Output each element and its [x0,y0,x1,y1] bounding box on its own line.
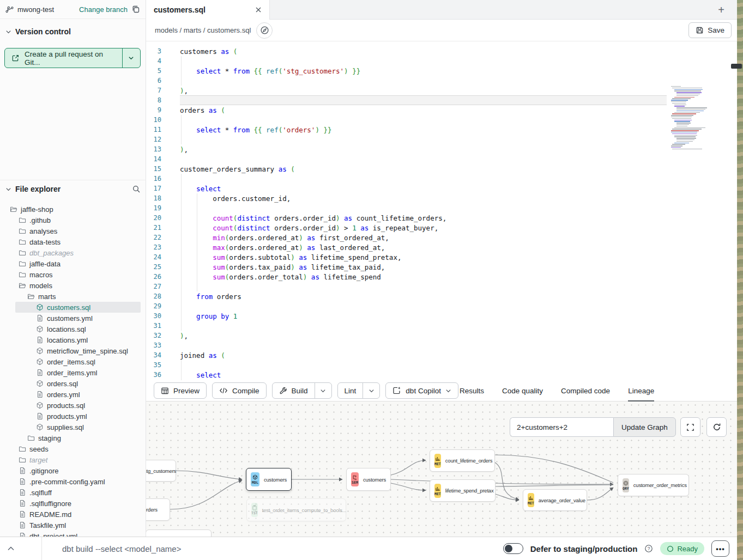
lineage-node-average_order_value[interactable]: METaverage_order_value [523,489,587,511]
tree-item-readme.md[interactable]: README.md [0,509,146,520]
copy-icon[interactable] [131,5,140,14]
tree-item-.pre-commit-config.yaml[interactable]: .pre-commit-config.yaml [0,476,146,487]
code-line-9[interactable]: 9orders as ( [146,105,737,115]
lineage-pane[interactable]: stg_customersordersMDLcustomersSEMcustom… [146,401,737,537]
code-line-35[interactable]: 35 [146,360,737,370]
tree-item-order-items.sql[interactable]: order_items.sql [0,356,146,367]
code-line-21[interactable]: 21 count(distinct orders.order_id) > 1 a… [146,223,737,233]
tree-item-orders.sql[interactable]: orders.sql [0,378,146,389]
lineage-node-orders[interactable]: orders [146,498,170,521]
tree-item-models[interactable]: models [0,280,146,291]
tree-item-marts[interactable]: marts [0,291,146,302]
tree-item-.sqlfluffignore[interactable]: .sqlfluffignore [0,498,146,509]
compile-button[interactable]: Compile [212,382,267,399]
search-icon[interactable] [132,185,141,193]
code-line-6[interactable]: 6 [146,76,737,86]
code-line-7[interactable]: 7), [146,86,737,95]
code-line-22[interactable]: 22 min(orders.ordered_at) as first_order… [146,233,737,242]
tree-item-macros[interactable]: macros [0,269,146,280]
code-line-10[interactable]: 10 [146,115,737,125]
tree-item-customers.yml[interactable]: customers.yml [0,313,146,324]
fullscreen-button[interactable] [680,417,700,437]
code-line-32[interactable]: 32), [146,331,737,340]
tree-item-staging[interactable]: staging [0,433,146,443]
new-tab-button[interactable]: + [713,0,729,20]
code-line-26[interactable]: 26 sum(orders.order_total) as lifetime_s… [146,272,737,282]
tree-item-jaffle-data[interactable]: jaffle-data [0,258,146,269]
tree-item-taskfile.yml[interactable]: Taskfile.yml [0,520,146,531]
code-editor[interactable]: 3customers as (4 5 select * from {{ ref(… [146,41,737,380]
code-line-23[interactable]: 23 max(orders.ordered_at) as last_ordere… [146,242,737,252]
dbt-copilot-button[interactable]: dbt Copilot [385,382,458,399]
command-placeholder[interactable]: dbt build --select <model_name> [62,544,181,553]
code-line-11[interactable]: 11 select * from {{ ref('orders') }} [146,125,737,135]
close-icon[interactable] [255,7,262,13]
lineage-node-customers-model[interactable]: MDLcustomers [246,468,292,491]
code-line-29[interactable]: 29 [146,301,737,311]
tree-item-supplies.sql[interactable]: supplies.sql [0,422,146,433]
code-line-36[interactable]: 36 select [146,370,737,380]
code-line-24[interactable]: 24 sum(orders.subtotal) as lifetime_spen… [146,252,737,262]
code-line-19[interactable]: 19 [146,203,737,213]
tree-item-customers.sql[interactable]: customers.sql [15,302,141,313]
tree-item-products.yml[interactable]: products.yml [0,411,146,422]
update-graph-button[interactable]: Update Graph [613,417,676,437]
change-branch-link[interactable]: Change branch [79,5,128,14]
lineage-node-customers-semantic[interactable]: SEMcustomers [346,468,391,491]
lineage-node-lifetime_spend_pretax[interactable]: METlifetime_spend_pretax [430,479,496,502]
code-line-8[interactable]: 8 [146,95,737,105]
explore-docs-button[interactable] [256,22,273,39]
tree-item-products.sql[interactable]: products.sql [0,400,146,411]
tree-item-seeds[interactable]: seeds [0,443,146,454]
build-button[interactable]: Build [272,382,332,399]
help-icon[interactable]: ? [644,544,653,553]
tree-item-.github[interactable]: .github [0,215,146,226]
code-line-28[interactable]: 28 from orders [146,291,737,301]
scrollbar-thumb[interactable] [731,64,742,69]
code-line-34[interactable]: 34joined as ( [146,350,737,360]
tab-customers-sql[interactable]: customers.sql [146,0,270,20]
version-control-header[interactable]: Version control [0,25,146,39]
code-line-4[interactable]: 4 [146,56,737,66]
code-line-13[interactable]: 13), [146,144,737,154]
tree-item-jaffle-shop[interactable]: jaffle-shop [0,204,146,215]
code-line-12[interactable]: 12 [146,135,737,144]
code-line-30[interactable]: 30 group by 1 [146,311,737,321]
code-line-20[interactable]: 20 count(distinct orders.order_id) as co… [146,213,737,223]
refresh-button[interactable] [706,417,727,437]
more-options-button[interactable]: ••• [711,540,729,557]
defer-toggle[interactable] [503,543,523,554]
lint-button[interactable]: Lint [337,382,380,399]
panel-tab-code-quality[interactable]: Code quality [502,380,543,401]
lineage-node-partial-node[interactable] [146,529,212,537]
lineage-selector-input[interactable] [510,417,613,437]
tree-item-locations.yml[interactable]: locations.yml [0,334,146,345]
tree-item-.gitignore[interactable]: .gitignore [0,465,146,476]
tree-item-target[interactable]: target [0,454,146,465]
lint-dropdown[interactable] [363,383,379,398]
lineage-node-stg_customers[interactable]: stg_customers [146,460,176,482]
code-line-33[interactable]: 33 [146,340,737,350]
lineage-node-customer_order_metrics[interactable]: QRYcustomer_order_metrics [618,474,689,496]
save-button[interactable]: Save [688,22,732,38]
code-line-31[interactable]: 31 [146,321,737,331]
code-line-14[interactable]: 14 [146,154,737,164]
tree-item-data-tests[interactable]: data-tests [0,236,146,247]
code-line-25[interactable]: 25 sum(orders.tax_paid) as lifetime_tax_… [146,262,737,272]
create-pr-dropdown[interactable] [122,48,140,68]
code-line-5[interactable]: 5 select * from {{ ref('stg_customers') … [146,66,737,76]
create-pr-button[interactable]: Create a pull request on Git... [4,48,141,68]
panel-tab-compiled-code[interactable]: Compiled code [561,380,610,401]
tree-item-dbt-project.yml[interactable]: dbt_project.yml [0,531,146,537]
code-line-18[interactable]: 18 orders.customer_id, [146,193,737,203]
code-line-27[interactable]: 27 [146,282,737,291]
tree-item-locations.sql[interactable]: locations.sql [0,324,146,334]
code-line-3[interactable]: 3customers as ( [146,46,737,56]
tree-item-order-items.yml[interactable]: order_items.yml [0,367,146,378]
tree-item-.sqlfluff[interactable]: .sqlfluff [0,487,146,498]
lineage-node-count_lifetime_orders[interactable]: METcount_lifetime_orders [430,449,495,472]
preview-button[interactable]: Preview [154,382,207,399]
lineage-node-test-order-items[interactable]: TSTtest_order_items_compute_to_bools... [246,498,346,521]
code-line-17[interactable]: 17 select [146,184,737,193]
file-explorer-header[interactable]: File explorer [0,182,146,196]
